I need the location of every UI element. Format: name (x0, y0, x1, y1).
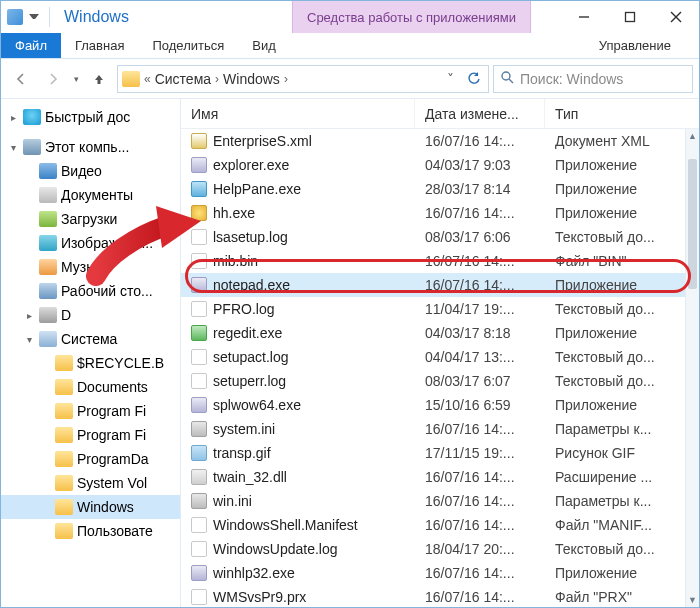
file-row[interactable]: system.ini16/07/16 14:...Параметры к... (181, 417, 699, 441)
folder-icon (55, 451, 73, 467)
forward-button[interactable] (39, 65, 67, 93)
sidebar-subitem[interactable]: Windows (1, 495, 180, 519)
scroll-thumb[interactable] (688, 159, 697, 289)
sidebar-item-label: Загрузки (61, 211, 117, 227)
file-type: Файл "MANIF... (545, 517, 685, 533)
breadcrumb[interactable]: « Система› Windows› ˅ (117, 65, 489, 93)
content: ▸ Быстрый дос ▾ Этот компь... ВидеоДокум… (1, 99, 699, 607)
file-date: 16/07/16 14:... (415, 589, 545, 605)
sidebar-subitem[interactable]: System Vol (1, 471, 180, 495)
file-type: Текстовый до... (545, 541, 685, 557)
back-button[interactable] (7, 65, 35, 93)
tab-view[interactable]: Вид (238, 33, 290, 58)
sidebar-item[interactable]: ▾Система (1, 327, 180, 351)
file-name: mib.bin (213, 253, 258, 269)
history-dropdown-icon[interactable]: ˅ (440, 69, 460, 89)
file-icon (191, 493, 207, 509)
chevron-left-icon[interactable]: « (144, 72, 151, 86)
scrollbar[interactable]: ▲ ▼ (685, 129, 699, 607)
up-button[interactable] (85, 65, 113, 93)
chevron-right-icon[interactable]: › (215, 72, 219, 86)
file-row[interactable]: WindowsUpdate.log18/04/17 20:...Текстовы… (181, 537, 699, 561)
recent-dropdown-icon[interactable]: ▾ (71, 74, 81, 84)
file-row[interactable]: setuperr.log08/03/17 6:07Текстовый до... (181, 369, 699, 393)
chevron-right-icon[interactable]: › (284, 72, 288, 86)
file-row[interactable]: setupact.log04/04/17 13:...Текстовый до.… (181, 345, 699, 369)
sidebar-item[interactable]: Загрузки (1, 207, 180, 231)
file-row[interactable]: PFRO.log11/04/17 19:...Текстовый до... (181, 297, 699, 321)
file-row[interactable]: lsasetup.log08/03/17 6:06Текстовый до... (181, 225, 699, 249)
file-icon (191, 373, 207, 389)
sidebar-subitem[interactable]: ProgramDa (1, 447, 180, 471)
file-type: Файл "PRX" (545, 589, 685, 605)
expand-icon[interactable]: ▸ (23, 310, 35, 321)
tab-home[interactable]: Главная (61, 33, 138, 58)
sidebar-item[interactable]: Видео (1, 159, 180, 183)
sidebar-item-icon (39, 187, 57, 203)
file-row[interactable]: EnterpriseS.xml16/07/16 14:...Документ X… (181, 129, 699, 153)
file-date: 16/07/16 14:... (415, 469, 545, 485)
expand-icon[interactable]: ▾ (7, 142, 19, 153)
expand-icon[interactable]: ▾ (23, 334, 35, 345)
file-row[interactable]: WindowsShell.Manifest16/07/16 14:...Файл… (181, 513, 699, 537)
file-row[interactable]: twain_32.dll16/07/16 14:...Расширение ..… (181, 465, 699, 489)
search-box[interactable] (493, 65, 693, 93)
tab-share[interactable]: Поделиться (138, 33, 238, 58)
search-input[interactable] (520, 71, 686, 87)
maximize-button[interactable] (607, 1, 653, 33)
sidebar-subitem[interactable]: Documents (1, 375, 180, 399)
sidebar-subitem[interactable]: $RECYCLE.B (1, 351, 180, 375)
sidebar-item-label: Рабочий сто... (61, 283, 153, 299)
file-row[interactable]: notepad.exe16/07/16 14:...Приложение (181, 273, 699, 297)
sidebar-item-icon (39, 235, 57, 251)
sidebar-item[interactable]: Изображени... (1, 231, 180, 255)
tab-file[interactable]: Файл (1, 33, 61, 58)
file-row[interactable]: win.ini16/07/16 14:...Параметры к... (181, 489, 699, 513)
sidebar-this-pc[interactable]: ▾ Этот компь... (1, 135, 180, 159)
file-type: Документ XML (545, 133, 685, 149)
file-date: 16/07/16 14:... (415, 421, 545, 437)
file-date: 16/07/16 14:... (415, 133, 545, 149)
sidebar-subitem[interactable]: Program Fi (1, 399, 180, 423)
tab-manage[interactable]: Управление (571, 33, 699, 58)
folder-icon (55, 403, 73, 419)
scroll-up-icon[interactable]: ▲ (686, 129, 699, 143)
minimize-button[interactable] (561, 1, 607, 33)
svg-point-4 (502, 72, 510, 80)
refresh-button[interactable] (464, 69, 484, 89)
sidebar-item-icon (39, 283, 57, 299)
qat-dropdown-icon[interactable] (29, 14, 39, 24)
column-type[interactable]: Тип (545, 99, 685, 128)
column-date[interactable]: Дата измене... (415, 99, 545, 128)
sidebar-item[interactable]: Документы (1, 183, 180, 207)
file-name: splwow64.exe (213, 397, 301, 413)
file-row[interactable]: mib.bin16/07/16 14:...Файл "BIN" (181, 249, 699, 273)
folder-icon (122, 71, 140, 87)
sidebar-subitem[interactable]: Program Fi (1, 423, 180, 447)
sidebar-item[interactable]: Рабочий сто... (1, 279, 180, 303)
folder-icon (55, 355, 73, 371)
collapse-icon[interactable]: ▸ (7, 112, 19, 123)
file-row[interactable]: winhlp32.exe16/07/16 14:...Приложение (181, 561, 699, 585)
sidebar-item[interactable]: Музыка (1, 255, 180, 279)
file-row[interactable]: HelpPane.exe28/03/17 8:14Приложение (181, 177, 699, 201)
scroll-down-icon[interactable]: ▼ (686, 593, 699, 607)
file-row[interactable]: splwow64.exe15/10/16 6:59Приложение (181, 393, 699, 417)
sidebar-item-label: Документы (61, 187, 133, 203)
sidebar-subitem[interactable]: Пользовате (1, 519, 180, 543)
file-row[interactable]: transp.gif17/11/15 19:...Рисунок GIF (181, 441, 699, 465)
file-name: lsasetup.log (213, 229, 288, 245)
file-row[interactable]: explorer.exe04/03/17 9:03Приложение (181, 153, 699, 177)
file-row[interactable]: hh.exe16/07/16 14:...Приложение (181, 201, 699, 225)
file-row[interactable]: WMSvsPr9.prx16/07/16 14:...Файл "PRX" (181, 585, 699, 607)
close-button[interactable] (653, 1, 699, 33)
file-type: Параметры к... (545, 421, 685, 437)
file-type: Приложение (545, 565, 685, 581)
file-type: Текстовый до... (545, 229, 685, 245)
file-date: 18/04/17 20:... (415, 541, 545, 557)
column-name[interactable]: Имя (181, 99, 415, 128)
sidebar-item[interactable]: ▸D (1, 303, 180, 327)
file-type: Параметры к... (545, 493, 685, 509)
file-row[interactable]: regedit.exe04/03/17 8:18Приложение (181, 321, 699, 345)
sidebar-quick-access[interactable]: ▸ Быстрый дос (1, 105, 180, 129)
